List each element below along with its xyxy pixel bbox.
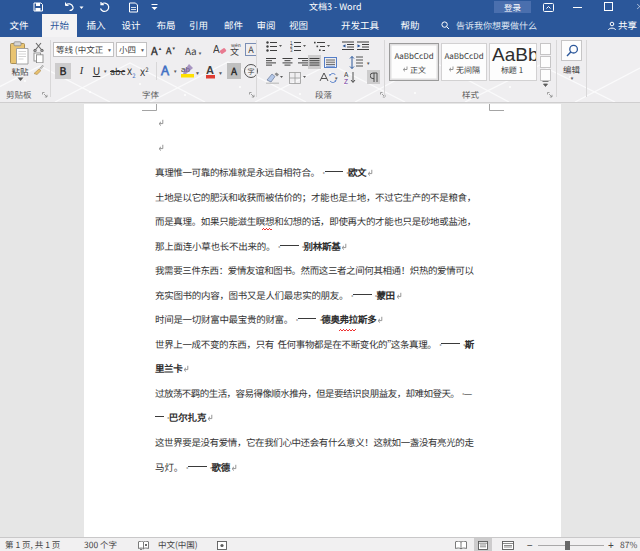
svg-text:A: A [344,71,349,78]
svg-text:Z: Z [344,78,348,84]
svg-text:A: A [213,44,220,55]
svg-text:3: 3 [290,48,293,52]
svg-text:A: A [161,64,169,78]
svg-text:wén: wén [231,42,241,48]
svg-text:A: A [206,64,214,76]
svg-text:▼: ▼ [195,69,200,76]
svg-text:字: 字 [248,66,255,76]
svg-text:▼: ▼ [218,69,223,76]
